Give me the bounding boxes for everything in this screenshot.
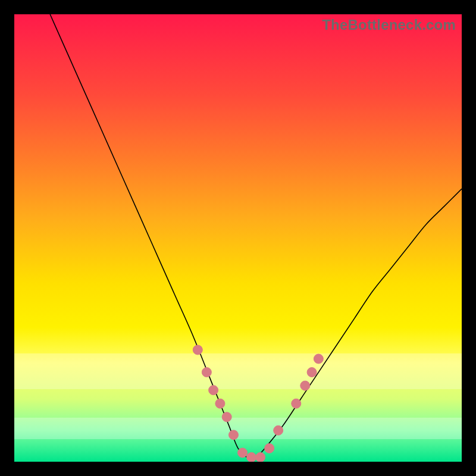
highlight-dot <box>222 412 231 422</box>
watermark-text: TheBottleneck.com <box>322 17 456 33</box>
highlight-dot <box>265 443 274 453</box>
highlight-dot <box>247 452 256 462</box>
plot-area: TheBottleneck.com <box>14 14 462 462</box>
highlight-dots <box>193 345 323 462</box>
highlight-dot <box>209 386 218 395</box>
highlight-dot <box>307 368 317 377</box>
curve-layer <box>14 14 462 462</box>
highlight-dot <box>202 368 211 377</box>
highlight-dot <box>238 448 248 458</box>
highlight-dot <box>193 345 202 355</box>
highlight-dot <box>215 399 225 408</box>
highlight-dot <box>300 381 310 390</box>
highlight-dot <box>256 452 265 462</box>
bottleneck-curve <box>50 14 462 458</box>
chart-frame: TheBottleneck.com <box>0 0 476 476</box>
highlight-dot <box>274 425 283 435</box>
highlight-dot <box>228 430 238 440</box>
highlight-dot <box>292 399 301 408</box>
highlight-dot <box>314 354 323 364</box>
